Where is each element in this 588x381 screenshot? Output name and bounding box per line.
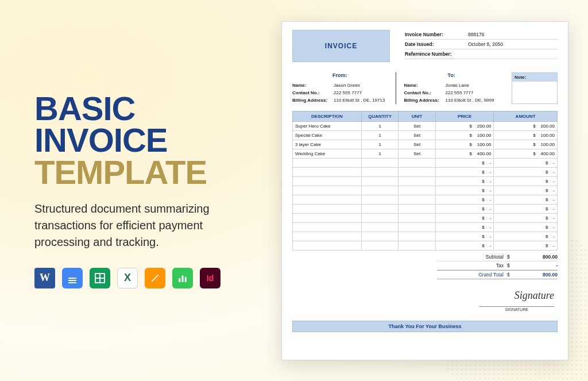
table-row-empty: $ -$ -: [293, 213, 558, 222]
hero-line-2: INVOICE: [34, 124, 253, 156]
col-price: PRICE: [435, 111, 493, 121]
cell-quantity: 1: [361, 121, 399, 130]
to-contact-label: Contact No.:: [404, 90, 446, 95]
indesign-icon[interactable]: [200, 268, 220, 288]
cell-amount: $ -: [494, 232, 558, 241]
to-name: Jonas Lane: [446, 83, 469, 88]
table-row-empty: $ -$ -: [293, 176, 558, 186]
cell-amount: $ 400.00: [494, 149, 558, 158]
col-description: DESCRIPTION: [293, 111, 362, 121]
to-party: To: Name:Jonas Lane Contact No.:222 555 …: [396, 72, 508, 104]
app-icon-row: [34, 268, 253, 288]
cell-quantity: [361, 213, 399, 222]
cell-description: [293, 167, 362, 176]
note-heading: Note:: [512, 73, 557, 82]
from-name-label: Name:: [292, 83, 334, 88]
totals-block: Subtotal $ 800.00 Tax $ - Grand Total $ …: [437, 253, 558, 279]
cell-description: [293, 195, 362, 204]
cell-amount: $ 200.00: [494, 121, 558, 130]
from-billing: 110 Elliott St , DE, 19713: [334, 98, 385, 103]
cell-amount: $ -: [494, 176, 558, 186]
table-row: Special Cake1Set$ 100.00$ 100.00: [293, 130, 558, 140]
signature-block: Signature SIGNATURE: [292, 290, 554, 314]
cell-description: [293, 186, 362, 195]
signature-script: Signature: [514, 290, 554, 301]
table-row-empty: $ -$ -: [293, 158, 558, 167]
date-issued-value: October 8, 2050: [468, 41, 558, 47]
subtotal-value: 800.00: [517, 254, 558, 260]
google-sheets-icon[interactable]: [90, 268, 110, 288]
hero-line-1: BASIC: [34, 93, 253, 124]
from-heading: From:: [292, 72, 388, 78]
cell-unit: Set: [399, 140, 436, 149]
cell-description: Special Cake: [293, 130, 362, 140]
cell-quantity: [361, 186, 399, 195]
numbers-icon[interactable]: [172, 268, 193, 288]
from-contact: 222 555 7777: [334, 90, 362, 95]
cell-price: $ -: [435, 195, 493, 204]
cell-unit: [399, 195, 436, 204]
date-issued-label: Date Issued:: [405, 41, 462, 47]
cell-price: $ 200.00: [435, 121, 493, 130]
cell-price: $ -: [435, 204, 493, 213]
invoice-number-value: 888176: [468, 32, 558, 37]
bar-chart-icon: [177, 273, 188, 283]
cell-amount: $ -: [494, 158, 558, 167]
to-billing-label: Billing Address:: [404, 98, 446, 103]
from-contact-label: Contact No.:: [292, 90, 334, 95]
cell-description: 3 layer Cake: [293, 140, 362, 149]
table-row-empty: $ -$ -: [293, 167, 558, 176]
line-items-table: DESCRIPTION QUANTITY Unit PRICE AMOUNT S…: [292, 111, 558, 251]
cell-price: $ -: [435, 222, 493, 232]
cell-price: $ 100.00: [435, 140, 493, 149]
thank-you-bar: Thank You For Your Business: [292, 321, 558, 332]
cell-quantity: 1: [361, 140, 399, 149]
cell-description: [293, 176, 362, 186]
currency-symbol: $: [507, 272, 514, 278]
cell-description: Super Hero Cake: [293, 121, 362, 130]
signature-label: SIGNATURE: [479, 306, 554, 311]
table-row-empty: $ -$ -: [293, 195, 558, 204]
cell-amount: $ 100.00: [494, 140, 558, 149]
cell-unit: [399, 176, 436, 186]
col-quantity: QUANTITY: [361, 111, 399, 121]
cell-unit: [399, 204, 436, 213]
cell-quantity: [361, 222, 399, 232]
table-row: Super Hero Cake1Set$ 200.00$ 200.00: [293, 121, 558, 130]
cell-price: $ -: [435, 213, 493, 222]
cell-description: [293, 241, 362, 250]
invoice-number-label: Invoice Number:: [405, 32, 462, 37]
invoice-badge: INVOICE: [292, 30, 390, 62]
svg-rect-2: [185, 276, 187, 282]
cell-quantity: [361, 158, 399, 167]
excel-icon[interactable]: [117, 268, 138, 288]
cell-unit: Set: [399, 149, 436, 158]
cell-amount: $ -: [494, 167, 558, 176]
cell-quantity: [361, 167, 399, 176]
to-billing: 110 Elliott St , DE, 9999: [446, 98, 494, 103]
cell-price: $ -: [435, 176, 493, 186]
from-party: From: Name:Jason Green Contact No.:222 5…: [292, 72, 396, 104]
cell-unit: [399, 241, 436, 250]
word-icon[interactable]: [34, 268, 55, 288]
pages-icon[interactable]: [145, 268, 165, 288]
promo-panel: BASIC INVOICE TEMPLATE Structured docume…: [34, 93, 253, 288]
reference-label: Referrence Number:: [405, 51, 462, 57]
col-amount: AMOUNT: [494, 111, 558, 121]
currency-symbol: $: [507, 263, 514, 268]
cell-price: $ -: [435, 167, 493, 176]
subtotal-label: Subtotal: [458, 254, 504, 260]
cell-description: [293, 222, 362, 232]
cell-unit: [399, 213, 436, 222]
cell-price: $ -: [435, 232, 493, 241]
table-row-empty: $ -$ -: [293, 241, 558, 250]
cell-amount: $ -: [494, 241, 558, 250]
reference-value: [468, 51, 558, 57]
cell-amount: $ 100.00: [494, 130, 558, 140]
cell-price: $ -: [435, 158, 493, 167]
hero-line-3: TEMPLATE: [34, 156, 253, 188]
google-docs-icon[interactable]: [62, 268, 83, 288]
cell-description: [293, 213, 362, 222]
svg-rect-1: [182, 275, 184, 282]
cell-unit: [399, 232, 436, 241]
